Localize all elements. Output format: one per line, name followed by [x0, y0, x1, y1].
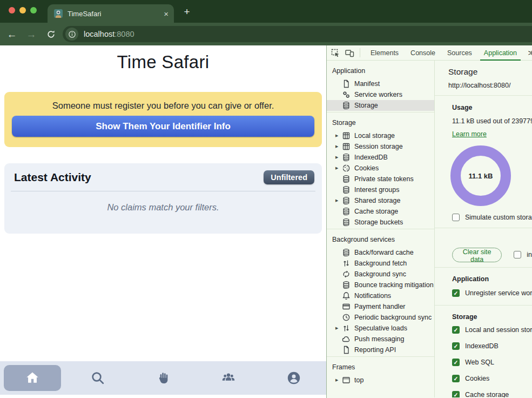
- checkbox-icon[interactable]: ✓: [452, 289, 460, 297]
- checkbox-icon[interactable]: ✓: [452, 359, 460, 366]
- section-title: Storage: [327, 119, 434, 130]
- expander-icon[interactable]: ▶: [335, 326, 342, 330]
- close-tab-icon[interactable]: ×: [164, 10, 169, 18]
- donut-label: 11.1 kB: [469, 172, 493, 180]
- browser-toolbar: ← → localhost:8080: [0, 23, 532, 45]
- zoom-window-button[interactable]: [30, 7, 37, 14]
- checkbox-icon[interactable]: [514, 251, 521, 258]
- checkbox-icon[interactable]: [452, 214, 460, 221]
- checkbox-cache-storage[interactable]: ✓Cache storage: [452, 391, 532, 397]
- tree-item-label: Service workers: [354, 91, 402, 98]
- tree-item-top[interactable]: ▶top: [327, 375, 434, 386]
- tree-item-session-storage[interactable]: ▶Session storage: [327, 141, 434, 152]
- frame-icon: [342, 376, 351, 384]
- checkbox-label: Cookies: [465, 375, 489, 382]
- tree-item-local-storage[interactable]: ▶Local storage: [327, 130, 434, 141]
- checkbox-icon[interactable]: ✓: [452, 391, 460, 397]
- database-icon: [342, 175, 351, 183]
- tree-item-shared-storage[interactable]: ▶Shared storage: [327, 195, 434, 206]
- expander-icon[interactable]: ▶: [335, 166, 342, 170]
- tree-item-cookies[interactable]: ▶Cookies: [327, 163, 434, 174]
- registration-alert: Someone must register you before you can…: [4, 92, 322, 147]
- bell-icon: [342, 291, 351, 300]
- checkbox-label: IndexedDB: [465, 342, 499, 350]
- more-tabs-icon[interactable]: ≫: [528, 45, 532, 60]
- profile-icon: [286, 370, 301, 386]
- unfiltered-badge[interactable]: Unfiltered: [264, 170, 314, 184]
- site-info-icon[interactable]: [65, 28, 78, 41]
- tree-item-storage-buckets[interactable]: Storage buckets: [327, 217, 434, 228]
- url-host: localhost: [84, 30, 115, 38]
- tree-item-reporting-api[interactable]: Reporting API: [327, 344, 434, 355]
- traffic-lights: [9, 7, 37, 14]
- checkbox-local-and-session-stor[interactable]: ✓Local and session stor: [452, 326, 532, 334]
- tree-item-back-forward-cache[interactable]: Back/forward cache: [327, 247, 434, 258]
- checkbox-icon[interactable]: ✓: [452, 342, 460, 350]
- tree-item-indexeddb[interactable]: ▶IndexedDB: [327, 152, 434, 163]
- devtools-tab-elements[interactable]: Elements: [365, 45, 405, 60]
- address-bar[interactable]: localhost:8080: [63, 26, 532, 42]
- database-icon: [342, 153, 351, 162]
- show-identifier-info-button[interactable]: Show Them Your Identifier Info: [12, 116, 314, 137]
- tree-item-background-sync[interactable]: Background sync: [327, 269, 434, 280]
- expander-icon[interactable]: ▶: [335, 198, 342, 203]
- reload-button[interactable]: [43, 23, 58, 45]
- tree-item-bounce-tracking-mitigation[interactable]: Bounce tracking mitigation: [327, 280, 434, 290]
- clock-icon: [342, 313, 351, 322]
- tree-item-private-state-tokens[interactable]: Private state tokens: [327, 174, 434, 184]
- nav-item-search[interactable]: [65, 361, 131, 395]
- learn-more-link[interactable]: Learn more: [452, 130, 487, 138]
- hand-icon: [156, 370, 170, 386]
- clear-site-data-button[interactable]: Clear site data: [452, 248, 502, 262]
- checkbox-icon[interactable]: ✓: [452, 326, 460, 334]
- table-icon: [342, 142, 351, 151]
- tree-item-periodic-background-sync[interactable]: Periodic background sync: [327, 312, 434, 323]
- nav-item-hand[interactable]: [131, 361, 196, 395]
- activity-heading: Latest Activity: [14, 171, 91, 184]
- tree-item-label: IndexedDB: [354, 154, 388, 161]
- database-icon: [342, 185, 351, 194]
- sidebar-section-frames: Frames▶top: [327, 357, 434, 387]
- inspect-element-icon[interactable]: [331, 45, 340, 60]
- expander-icon[interactable]: ▶: [335, 155, 342, 160]
- tree-item-push-messaging[interactable]: Push messaging: [327, 334, 434, 344]
- browser-tab[interactable]: TimeSafari ×: [48, 4, 174, 23]
- tree-item-label: Back/forward cache: [354, 249, 414, 256]
- close-window-button[interactable]: [9, 7, 15, 14]
- tree-item-storage[interactable]: Storage: [327, 100, 434, 111]
- tree-item-manifest[interactable]: Manifest: [327, 78, 434, 89]
- tree-item-notifications[interactable]: Notifications: [327, 290, 434, 301]
- tree-item-cache-storage[interactable]: Cache storage: [327, 206, 434, 217]
- devtools-tab-console[interactable]: Console: [405, 45, 441, 60]
- checkbox-icon[interactable]: ✓: [452, 375, 460, 382]
- tree-item-service-workers[interactable]: Service workers: [327, 89, 434, 100]
- checkbox-label: Unregister service wor: [465, 289, 532, 297]
- sync-icon: [342, 270, 351, 278]
- nav-item-home[interactable]: [0, 361, 65, 395]
- simulate-custom-storage-checkbox[interactable]: Simulate custom stora: [452, 214, 532, 221]
- minimize-window-button[interactable]: [19, 7, 26, 14]
- forward-button[interactable]: →: [24, 23, 39, 45]
- section-title: Background services: [327, 236, 434, 247]
- nav-item-profile[interactable]: [261, 361, 326, 395]
- device-toolbar-icon[interactable]: [345, 45, 354, 60]
- checkbox-indexeddb[interactable]: ✓IndexedDB: [452, 342, 532, 350]
- expander-icon[interactable]: ▶: [335, 134, 342, 138]
- nav-item-users[interactable]: [196, 361, 261, 395]
- checkbox-cookies[interactable]: ✓Cookies: [452, 375, 532, 382]
- new-tab-button[interactable]: +: [179, 5, 194, 18]
- tree-item-label: Background sync: [354, 270, 406, 278]
- usage-text: 11.1 kB used out of 239779: [452, 117, 532, 125]
- tree-item-speculative-loads[interactable]: ▶Speculative loads: [327, 323, 434, 334]
- checkbox-unregister-service-wor[interactable]: ✓Unregister service wor: [452, 289, 532, 297]
- expander-icon[interactable]: ▶: [335, 144, 342, 149]
- back-button[interactable]: ←: [4, 23, 19, 45]
- tree-item-background-fetch[interactable]: Background fetch: [327, 258, 434, 269]
- including-third-party-checkbox[interactable]: in: [514, 251, 532, 258]
- tree-item-interest-groups[interactable]: Interest groups: [327, 184, 434, 195]
- devtools-tab-application[interactable]: Application: [478, 45, 523, 60]
- checkbox-web-sql[interactable]: ✓Web SQL: [452, 359, 532, 366]
- expander-icon[interactable]: ▶: [335, 378, 342, 382]
- devtools-tab-sources[interactable]: Sources: [441, 45, 478, 60]
- tree-item-payment-handler[interactable]: Payment handler: [327, 301, 434, 312]
